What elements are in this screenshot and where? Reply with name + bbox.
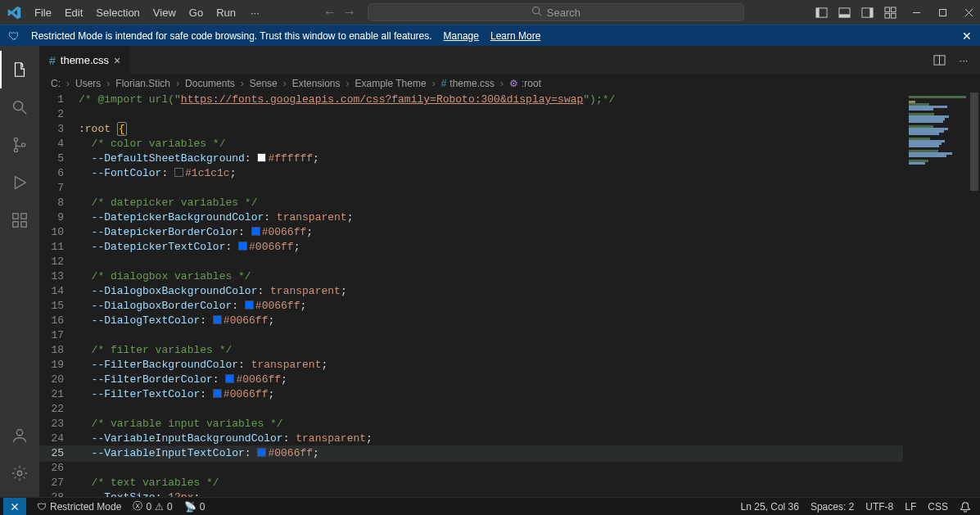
manage-link[interactable]: Manage xyxy=(444,30,479,42)
line-number: 17 xyxy=(39,328,79,343)
error-icon: ⓧ xyxy=(133,499,142,513)
remote-indicator-icon[interactable] xyxy=(3,498,26,516)
crumb-segment[interactable]: Documents xyxy=(185,78,235,89)
vertical-scrollbar[interactable] xyxy=(969,93,980,497)
tab-theme-css[interactable]: # theme.css × xyxy=(39,46,131,75)
close-banner-icon[interactable]: ✕ xyxy=(962,29,972,43)
code-line[interactable]: 4 /* color variables */ xyxy=(39,137,903,151)
code-line[interactable]: 1/* @import url("https://fonts.googleapi… xyxy=(39,93,903,107)
code-line[interactable]: 7 xyxy=(39,181,903,196)
code-line[interactable]: 28 --TextSize: 12px; xyxy=(39,490,903,497)
menu-edit[interactable]: Edit xyxy=(58,3,89,22)
menu-view[interactable]: View xyxy=(147,3,183,22)
code-line[interactable]: 15 --DialogboxBorderColor: #0066ff; xyxy=(39,299,903,314)
activity-run-debug-icon[interactable] xyxy=(0,164,39,201)
code-line[interactable]: 26 xyxy=(39,461,903,476)
toggle-panel-icon[interactable] xyxy=(838,6,851,19)
code-line[interactable]: 17 xyxy=(39,328,903,343)
crumb-segment[interactable]: C: xyxy=(51,78,61,89)
crumb-symbol[interactable]: :root xyxy=(522,78,541,89)
toggle-primary-sidebar-icon[interactable] xyxy=(815,6,828,19)
code-editor[interactable]: 1/* @import url("https://fonts.googleapi… xyxy=(39,93,980,497)
crumb-file[interactable]: theme.css xyxy=(449,78,495,89)
minimize-icon[interactable] xyxy=(910,6,923,19)
nav-back-icon[interactable]: ← xyxy=(323,5,336,20)
window-controls xyxy=(910,6,975,19)
learn-more-link[interactable]: Learn More xyxy=(490,30,540,42)
line-content: --TextSize: 12px; xyxy=(79,490,903,497)
nav-forward-icon[interactable]: → xyxy=(343,5,356,20)
vscode-logo-icon xyxy=(5,3,23,21)
code-line[interactable]: 2 xyxy=(39,107,903,122)
menu-file[interactable]: File xyxy=(28,3,58,22)
layout-controls xyxy=(815,6,896,19)
code-line[interactable]: 10 --DatepickerBorderColor: #0066ff; xyxy=(39,225,903,240)
code-line[interactable]: 24 --VariableInputBackgroundColor: trans… xyxy=(39,431,903,446)
code-line[interactable]: 14 --DialogboxBackgroundColor: transpare… xyxy=(39,284,903,299)
menu-go[interactable]: Go xyxy=(183,3,210,22)
code-line[interactable]: 9 --DatepickerBackgroundColor: transpare… xyxy=(39,210,903,225)
code-line[interactable]: 8 /* datepicker variables */ xyxy=(39,196,903,210)
minimap[interactable] xyxy=(903,93,969,497)
banner-message: Restricted Mode is intended for safe cod… xyxy=(31,30,432,42)
svg-point-0 xyxy=(532,7,539,14)
code-line[interactable]: 23 /* variable input variables */ xyxy=(39,417,903,431)
code-line[interactable]: 27 /* text variables */ xyxy=(39,476,903,490)
code-line[interactable]: 5 --DefaultSheetBackground: #ffffff; xyxy=(39,151,903,166)
code-line[interactable]: 19 --FilterBackgroundColor: transparent; xyxy=(39,358,903,373)
status-notifications-icon[interactable] xyxy=(954,501,977,513)
line-number: 27 xyxy=(39,476,79,490)
code-line[interactable]: 3:root { xyxy=(39,122,903,137)
status-language-mode[interactable]: CSS xyxy=(922,501,954,513)
activity-extensions-icon[interactable] xyxy=(0,201,39,239)
status-restricted-mode[interactable]: 🛡 Restricted Mode xyxy=(31,498,127,515)
status-cursor-position[interactable]: Ln 25, Col 36 xyxy=(735,501,805,513)
code-line[interactable]: 25 --VariableInputTextColor: #0066ff; xyxy=(39,446,903,461)
scrollbar-thumb[interactable] xyxy=(970,93,978,191)
code-line[interactable]: 13 /* dialogbox variables */ xyxy=(39,269,903,284)
command-center-search[interactable]: Search xyxy=(368,3,744,21)
menu-selection[interactable]: Selection xyxy=(89,3,146,22)
activity-account-icon[interactable] xyxy=(0,417,39,454)
code-line[interactable]: 21 --FilterTextColor: #0066ff; xyxy=(39,387,903,402)
code-line[interactable]: 11 --DatepickerTextColor: #0066ff; xyxy=(39,240,903,255)
status-eol[interactable]: LF xyxy=(899,501,922,513)
chevron-right-icon: › xyxy=(498,78,506,89)
svg-rect-25 xyxy=(21,222,26,227)
code-line[interactable]: 12 xyxy=(39,255,903,269)
close-tab-icon[interactable]: × xyxy=(114,54,120,67)
activity-settings-icon[interactable] xyxy=(0,454,39,492)
code-line[interactable]: 6 --FontColor: #1c1c1c; xyxy=(39,166,903,181)
status-indentation[interactable]: Spaces: 2 xyxy=(805,501,860,513)
activity-search-icon[interactable] xyxy=(0,88,39,126)
code-line[interactable]: 20 --FilterBorderColor: #0066ff; xyxy=(39,373,903,387)
line-number: 28 xyxy=(39,490,79,497)
more-actions-icon[interactable]: ··· xyxy=(957,54,970,67)
activity-explorer-icon[interactable] xyxy=(0,51,39,88)
split-editor-icon[interactable] xyxy=(933,54,946,67)
crumb-segment[interactable]: Example Theme xyxy=(355,78,426,89)
status-problems[interactable]: ⓧ0 ⚠0 xyxy=(127,498,178,515)
maximize-icon[interactable] xyxy=(936,6,949,19)
customize-layout-icon[interactable] xyxy=(883,6,896,19)
crumb-segment[interactable]: Users xyxy=(75,78,101,89)
crumb-segment[interactable]: Sense xyxy=(250,78,278,89)
crumb-segment[interactable]: Florian.Stich xyxy=(115,78,170,89)
toggle-secondary-sidebar-icon[interactable] xyxy=(860,6,874,19)
code-line[interactable]: 18 /* filter variables */ xyxy=(39,343,903,358)
status-encoding[interactable]: UTF-8 xyxy=(860,501,899,513)
menu-bar[interactable]: FileEditSelectionViewGoRun xyxy=(28,3,242,22)
crumb-segment[interactable]: Extensions xyxy=(292,78,341,89)
breadcrumb[interactable]: C:›Users›Florian.Stich›Documents›Sense›E… xyxy=(39,75,980,93)
activity-source-control-icon[interactable] xyxy=(0,126,39,164)
status-ports[interactable]: 📡0 xyxy=(178,498,211,515)
chevron-right-icon: › xyxy=(430,78,438,89)
svg-rect-24 xyxy=(13,222,18,227)
close-window-icon[interactable] xyxy=(962,6,975,19)
menu-overflow-icon[interactable]: ··· xyxy=(244,3,266,22)
menu-run[interactable]: Run xyxy=(210,3,242,22)
code-line[interactable]: 22 xyxy=(39,402,903,417)
line-number: 19 xyxy=(39,358,79,373)
line-content xyxy=(79,328,903,343)
code-line[interactable]: 16 --DialogTextColor: #0066ff; xyxy=(39,314,903,328)
